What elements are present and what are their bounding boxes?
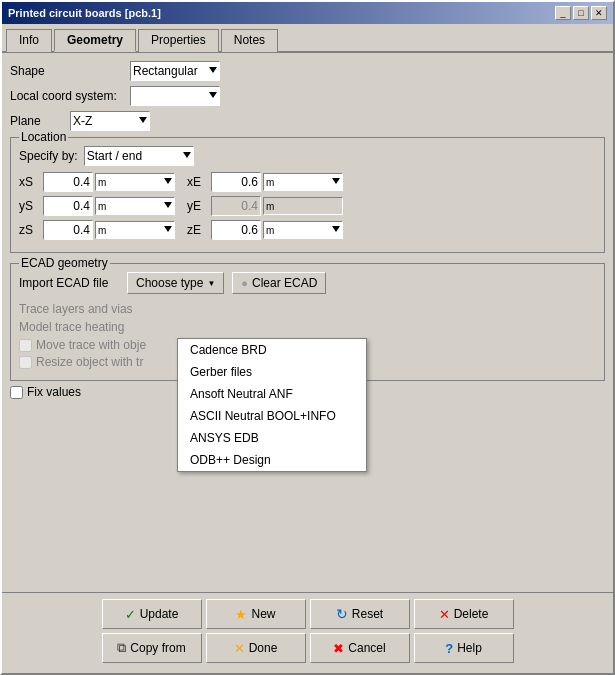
ys-label: yS <box>19 199 43 213</box>
xe-unit[interactable]: m <box>263 173 343 191</box>
resize-label: Resize object with tr <box>36 355 143 369</box>
dropdown-item-ascii[interactable]: ASCII Neutral BOOL+INFO <box>178 405 366 427</box>
choose-type-button[interactable]: Choose type ▼ <box>127 272 224 294</box>
cancel-label: Cancel <box>348 641 385 655</box>
xe-label: xE <box>187 175 211 189</box>
model-trace-label: Model trace heating <box>19 320 596 334</box>
x-coord-row: xS m xE m <box>19 172 596 192</box>
import-row: Import ECAD file Choose type ▼ ● Clear E… <box>19 272 596 294</box>
minimize-button[interactable]: _ <box>555 6 571 20</box>
specify-select[interactable]: Start / end Center / size <box>84 146 194 166</box>
done-icon <box>234 641 245 656</box>
dropdown-item-gerber[interactable]: Gerber files <box>178 361 366 383</box>
update-label: Update <box>140 607 179 621</box>
help-label: Help <box>457 641 482 655</box>
delete-label: Delete <box>454 607 489 621</box>
move-trace-checkbox[interactable] <box>19 339 32 352</box>
move-trace-label: Move trace with obje <box>36 338 146 352</box>
help-button[interactable]: Help <box>414 633 514 663</box>
tab-bar: Info Geometry Properties Notes <box>2 24 613 53</box>
dropdown-item-ansoft[interactable]: Ansoft Neutral ANF <box>178 383 366 405</box>
gray-circle-icon: ● <box>241 277 248 289</box>
zs-label: zS <box>19 223 43 237</box>
window-controls: _ □ ✕ <box>555 6 607 20</box>
cancel-icon <box>333 641 344 656</box>
shape-label: Shape <box>10 64 130 78</box>
copy-from-button[interactable]: Copy from <box>102 633 202 663</box>
dropdown-item-cadence[interactable]: Cadence BRD <box>178 339 366 361</box>
dropdown-item-odb[interactable]: ODB++ Design <box>178 449 366 471</box>
ys-unit[interactable]: m <box>95 197 175 215</box>
ze-label: zE <box>187 223 211 237</box>
zs-unit[interactable]: m <box>95 221 175 239</box>
help-icon <box>445 641 453 656</box>
reset-icon <box>336 606 348 622</box>
zs-input[interactable] <box>43 220 93 240</box>
new-button[interactable]: New <box>206 599 306 629</box>
button-row-2: Copy from Done Cancel Help <box>8 633 607 663</box>
choose-type-label: Choose type <box>136 276 203 290</box>
tab-geometry[interactable]: Geometry <box>54 29 136 52</box>
tab-properties[interactable]: Properties <box>138 29 219 52</box>
shape-row: Shape Rectangular <box>10 61 605 81</box>
location-group: Location Specify by: Start / end Center … <box>10 137 605 253</box>
maximize-button[interactable]: □ <box>573 6 589 20</box>
type-dropdown-menu: Cadence BRD Gerber files Ansoft Neutral … <box>177 338 367 472</box>
title-bar: Printed circuit boards [pcb.1] _ □ ✕ <box>2 2 613 24</box>
done-label: Done <box>249 641 278 655</box>
dropdown-item-ansys[interactable]: ANSYS EDB <box>178 427 366 449</box>
dropdown-arrow-icon: ▼ <box>207 279 215 288</box>
clear-ecad-button[interactable]: ● Clear ECAD <box>232 272 326 294</box>
import-ecad-label: Import ECAD file <box>19 276 119 290</box>
green-check-icon <box>125 607 136 622</box>
copy-from-label: Copy from <box>130 641 185 655</box>
local-coord-label: Local coord system: <box>10 89 130 103</box>
resize-checkbox[interactable] <box>19 356 32 369</box>
local-coord-select[interactable] <box>130 86 220 106</box>
xs-input[interactable] <box>43 172 93 192</box>
plane-row: Plane X-Z X-Y Y-Z <box>10 111 605 131</box>
y-coord-row: yS m yE m <box>19 196 596 216</box>
xs-label: xS <box>19 175 43 189</box>
reset-label: Reset <box>352 607 383 621</box>
window-title: Printed circuit boards [pcb.1] <box>8 7 161 19</box>
delete-icon <box>439 607 450 622</box>
cancel-button[interactable]: Cancel <box>310 633 410 663</box>
local-coord-row: Local coord system: <box>10 86 605 106</box>
fix-values-checkbox[interactable] <box>10 386 23 399</box>
ye-input[interactable] <box>211 196 261 216</box>
ye-label: yE <box>187 199 211 213</box>
reset-button[interactable]: Reset <box>310 599 410 629</box>
clear-ecad-label: Clear ECAD <box>252 276 317 290</box>
specify-label: Specify by: <box>19 149 78 163</box>
main-window: Printed circuit boards [pcb.1] _ □ ✕ Inf… <box>0 0 615 675</box>
star-icon <box>235 607 247 622</box>
ecad-group-label: ECAD geometry <box>19 256 110 270</box>
ze-unit[interactable]: m <box>263 221 343 239</box>
plane-label: Plane <box>10 114 70 128</box>
copy-icon <box>117 640 126 656</box>
delete-button[interactable]: Delete <box>414 599 514 629</box>
button-row-1: Update New Reset Delete <box>8 599 607 629</box>
ye-unit[interactable]: m <box>263 197 343 215</box>
xe-input[interactable] <box>211 172 261 192</box>
content-area: Shape Rectangular Local coord system: Pl… <box>2 53 613 592</box>
close-button[interactable]: ✕ <box>591 6 607 20</box>
ze-input[interactable] <box>211 220 261 240</box>
button-area: Update New Reset Delete Copy from D <box>2 592 613 673</box>
fix-values-label: Fix values <box>27 385 81 399</box>
shape-select[interactable]: Rectangular <box>130 61 220 81</box>
xs-unit[interactable]: m <box>95 173 175 191</box>
ys-input[interactable] <box>43 196 93 216</box>
tab-info[interactable]: Info <box>6 29 52 52</box>
update-button[interactable]: Update <box>102 599 202 629</box>
location-group-label: Location <box>19 130 68 144</box>
tab-notes[interactable]: Notes <box>221 29 278 52</box>
specify-row: Specify by: Start / end Center / size <box>19 146 596 166</box>
plane-select[interactable]: X-Z X-Y Y-Z <box>70 111 150 131</box>
done-button[interactable]: Done <box>206 633 306 663</box>
new-label: New <box>251 607 275 621</box>
z-coord-row: zS m zE m <box>19 220 596 240</box>
trace-layers-label: Trace layers and vias <box>19 302 596 316</box>
